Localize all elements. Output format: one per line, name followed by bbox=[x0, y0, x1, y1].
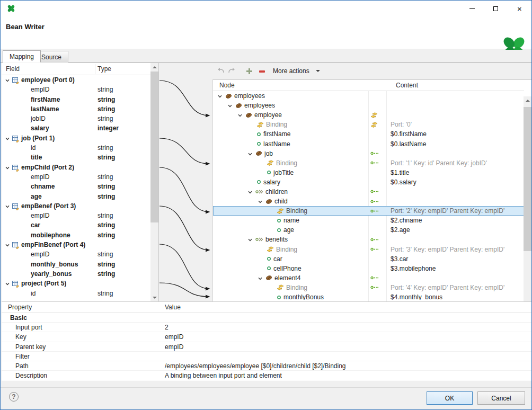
tree-row-name[interactable]: name$2.chname bbox=[213, 216, 524, 225]
field-group-row-employee-port-0[interactable]: employee (Port 0) bbox=[2, 75, 151, 85]
field-rows: employee (Port 0)empIDstringfirstNamestr… bbox=[2, 75, 151, 298]
tree-row-binding[interactable]: BindingPort: '3' Key: empID' Parent Key:… bbox=[213, 245, 524, 254]
tree-row-monthlybonus[interactable]: monthlyBonus$4.monthly_bonus bbox=[213, 292, 524, 300]
scroll-down-icon[interactable] bbox=[150, 293, 158, 301]
scroll-up-icon[interactable] bbox=[524, 96, 531, 104]
tree-row-employees[interactable]: employees bbox=[213, 91, 524, 101]
tree-row-car[interactable]: car$3.car bbox=[213, 254, 524, 264]
help-button[interactable]: ? bbox=[9, 392, 19, 402]
node-label: name bbox=[283, 217, 299, 224]
field-group-row-job-port-1[interactable]: job (Port 1) bbox=[2, 133, 151, 143]
chevron-down-icon[interactable] bbox=[5, 77, 10, 83]
field-group-row-empfinbenef-port-4[interactable]: empFinBenef (Port 4) bbox=[2, 240, 151, 249]
tree-row-salary[interactable]: salary$0.salary bbox=[213, 177, 524, 187]
minimize-icon[interactable] bbox=[460, 1, 484, 16]
plus-icon[interactable] bbox=[246, 68, 252, 74]
chevron-down-icon[interactable] bbox=[316, 70, 320, 72]
minus-icon[interactable] bbox=[259, 70, 265, 73]
tree-scrollbar[interactable] bbox=[524, 96, 531, 318]
chevron-down-icon[interactable] bbox=[258, 199, 265, 204]
tree-row-benefits[interactable]: benefits bbox=[213, 235, 524, 244]
chevron-down-icon[interactable] bbox=[217, 93, 225, 99]
field-row-age[interactable]: agestring bbox=[2, 192, 151, 201]
field-row-monthly-bonus[interactable]: monthly_bonusstring bbox=[2, 260, 151, 269]
field-group-row-project-port-5[interactable]: project (Port 5) bbox=[2, 279, 151, 288]
chevron-down-icon[interactable] bbox=[258, 275, 265, 281]
field-row-mobilephone[interactable]: mobilephonestring bbox=[2, 230, 151, 240]
tree-row-binding[interactable]: BindingPort: '2' Key: empID' Parent Key:… bbox=[213, 206, 524, 216]
field-row-car[interactable]: carstring bbox=[2, 220, 151, 230]
tree-row-binding[interactable]: BindingPort: '1' Key: id' Parent Key: jo… bbox=[213, 158, 524, 168]
property-row-filter[interactable]: Filter bbox=[2, 352, 531, 361]
scroll-up-icon[interactable] bbox=[150, 63, 158, 71]
field-group-row-empbenef-port-3[interactable]: empBenef (Port 3) bbox=[2, 201, 151, 211]
undo-icon[interactable] bbox=[217, 67, 225, 74]
field-row-jobid[interactable]: jobIDstring bbox=[2, 114, 151, 123]
mapping-arrow bbox=[159, 167, 209, 212]
field-row-empid[interactable]: empIDstring bbox=[2, 172, 151, 182]
chevron-down-icon[interactable] bbox=[5, 242, 10, 247]
binding-icon bbox=[277, 208, 284, 214]
field-row-empid[interactable]: empIDstring bbox=[2, 211, 151, 220]
property-row-description[interactable]: DescriptionA binding between input port … bbox=[2, 371, 531, 380]
fields-scrollbar[interactable] bbox=[150, 63, 158, 301]
cancel-button[interactable]: Cancel bbox=[477, 391, 525, 405]
chevron-down-icon[interactable] bbox=[247, 189, 255, 194]
field-row-title[interactable]: titlestring bbox=[2, 153, 151, 162]
field-row-salary[interactable]: salaryinteger bbox=[2, 123, 151, 133]
tree-row-binding[interactable]: BindingPort: '4' Key: empID' Parent Key:… bbox=[213, 283, 524, 292]
field-group-label: empChild (Port 2) bbox=[21, 164, 74, 171]
property-row-key[interactable]: KeyempID bbox=[2, 332, 531, 342]
redo-icon[interactable] bbox=[227, 67, 236, 74]
property-row-basic[interactable]: Basic bbox=[2, 313, 531, 323]
field-row-empid[interactable]: empIDstring bbox=[2, 249, 151, 259]
field-type: string bbox=[97, 251, 113, 258]
field-group-label: project (Port 5) bbox=[21, 280, 66, 287]
tree-row-jobtitle[interactable]: jobTitle$1.title bbox=[213, 168, 524, 177]
chevron-down-icon[interactable] bbox=[5, 281, 10, 286]
field-row-id[interactable]: idstring bbox=[2, 143, 151, 153]
more-actions-button[interactable]: More actions bbox=[273, 67, 309, 75]
tree-row-employees[interactable]: employees bbox=[213, 101, 524, 110]
chevron-down-icon[interactable] bbox=[237, 112, 245, 118]
scrollbar-thumb[interactable] bbox=[524, 107, 531, 251]
chevron-down-icon[interactable] bbox=[247, 237, 255, 242]
chevron-down-icon[interactable] bbox=[5, 136, 10, 141]
chevron-down-icon[interactable] bbox=[247, 151, 255, 156]
field-row-chname[interactable]: chnamestring bbox=[2, 182, 151, 191]
property-row-input-port[interactable]: Input port2 bbox=[2, 323, 531, 332]
close-icon[interactable]: × bbox=[508, 1, 531, 16]
tree-row-age[interactable]: age$2.age bbox=[213, 225, 524, 235]
field-row-lastname[interactable]: lastNamestring bbox=[2, 104, 151, 114]
ok-button[interactable]: OK bbox=[427, 391, 473, 405]
chevron-down-icon[interactable] bbox=[227, 103, 235, 108]
field-row-yearly-bonus[interactable]: yearly_bonusstring bbox=[2, 269, 151, 279]
tree-row-cellphone[interactable]: cellPhone$3.mobilephone bbox=[213, 264, 524, 273]
dialog-footer: ? OK Cancel bbox=[1, 387, 532, 410]
tree-row-job[interactable]: job bbox=[213, 149, 524, 158]
field-row-id[interactable]: idstring bbox=[2, 289, 151, 298]
mapping-area: Field Type employee (Port 0)empIDstringf… bbox=[1, 63, 532, 301]
maximize-icon[interactable] bbox=[484, 1, 508, 16]
dialog-header: Bean Writer bbox=[1, 16, 531, 49]
tree-row-firstname[interactable]: firstName$0.firstName bbox=[213, 129, 524, 139]
scrollbar-thumb[interactable] bbox=[150, 72, 158, 222]
tree-row-element4[interactable]: element4 bbox=[213, 273, 524, 283]
field-row-empid[interactable]: empIDstring bbox=[2, 85, 151, 94]
field-group-row-empchild-port-2[interactable]: empChild (Port 2) bbox=[2, 163, 151, 172]
tree-row-child[interactable]: child bbox=[213, 197, 524, 206]
content-cell bbox=[386, 110, 524, 120]
chevron-down-icon[interactable] bbox=[5, 203, 10, 209]
property-name: Parent key bbox=[15, 343, 46, 351]
chevron-down-icon[interactable] bbox=[5, 165, 10, 170]
tree-row-children[interactable]: children bbox=[213, 187, 524, 197]
app-clover-icon bbox=[7, 4, 15, 13]
property-row-path[interactable]: Path/employees/employees/employee [$0]/c… bbox=[2, 361, 531, 371]
field-row-firstname[interactable]: firstNamestring bbox=[2, 95, 151, 104]
tree-row-lastname[interactable]: lastName$0.lastName bbox=[213, 139, 524, 148]
tree-row-employee[interactable]: employee bbox=[213, 110, 524, 120]
tab-mapping[interactable]: Mapping bbox=[3, 50, 41, 63]
tree-row-binding[interactable]: BindingPort: '0' bbox=[213, 120, 524, 129]
field-type: string bbox=[97, 96, 115, 103]
property-row-parent-key[interactable]: Parent keyempID bbox=[2, 342, 531, 352]
